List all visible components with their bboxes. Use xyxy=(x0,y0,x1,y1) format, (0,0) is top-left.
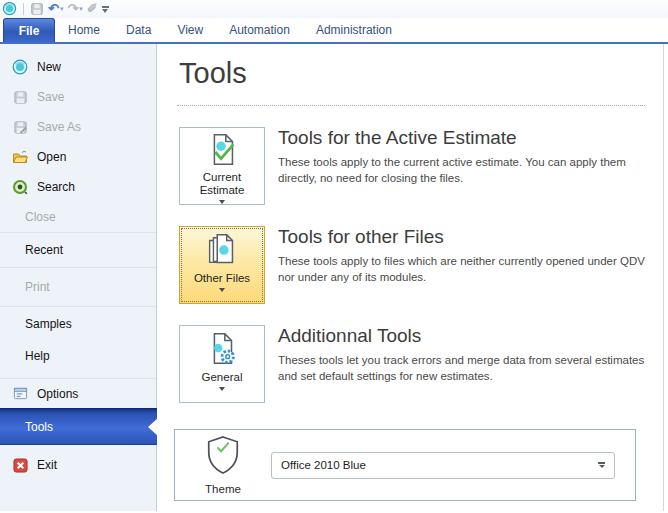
undo-button[interactable]: ↶ ▾ xyxy=(48,2,63,16)
options-icon xyxy=(12,386,28,402)
sidebar-item-help[interactable]: Help xyxy=(0,341,156,371)
edit-pencil-icon: ✐ xyxy=(87,2,98,16)
section-other-files: Other Files Tools for other Files These … xyxy=(179,226,663,304)
new-icon xyxy=(12,59,28,75)
title-separator xyxy=(177,105,645,106)
selected-item-arrow xyxy=(148,418,158,436)
sidebar-item-print[interactable]: Print xyxy=(0,268,156,306)
save-disk-icon xyxy=(12,89,28,105)
tab-automation[interactable]: Automation xyxy=(216,18,303,42)
section-heading: Tools for other Files xyxy=(278,226,656,248)
dropdown-arrow-icon xyxy=(219,387,225,391)
sidebar-item-save-as[interactable]: Save As xyxy=(0,112,156,142)
section-active-estimate: Current Estimate Tools for the Active Es… xyxy=(179,127,663,205)
file-menu-sidebar: New Save Save As Open xyxy=(0,44,157,511)
sidebar-item-samples[interactable]: Samples xyxy=(0,307,156,341)
redo-icon: ↷ xyxy=(67,2,78,16)
sidebar-item-open[interactable]: Open xyxy=(0,142,156,172)
dropdown-arrow-icon xyxy=(219,288,225,292)
general-tools-button[interactable]: General xyxy=(179,325,265,403)
section-description: Theses tools let you track errors and me… xyxy=(278,352,656,384)
section-heading: Additionnal Tools xyxy=(278,325,656,347)
tools-page: Tools Current Estimate Tools for the Act… xyxy=(157,44,664,511)
theme-label: Theme xyxy=(205,483,241,495)
sidebar-item-recent[interactable]: Recent xyxy=(0,233,156,267)
tool-button-label: Other Files xyxy=(194,272,250,285)
combo-dropdown-icon[interactable] xyxy=(598,462,605,468)
section-description: These tools apply to the current active … xyxy=(278,154,656,186)
backstage-view: ↶ ▾ ↷ ▾ ✐ File Home Data View Automation… xyxy=(0,0,668,513)
quick-access-toolbar: ↶ ▾ ↷ ▾ ✐ xyxy=(0,0,668,18)
sidebar-item-tools[interactable]: Tools xyxy=(0,408,157,445)
redo-button[interactable]: ↷ ▾ xyxy=(67,2,82,16)
save-as-icon xyxy=(12,119,28,135)
theme-shield-icon xyxy=(204,435,242,481)
other-files-button[interactable]: Other Files xyxy=(179,226,265,304)
theme-select[interactable]: Office 2010 Blue xyxy=(271,452,615,479)
tab-data[interactable]: Data xyxy=(113,18,164,42)
app-icon[interactable] xyxy=(2,1,17,17)
search-icon xyxy=(12,179,28,195)
ribbon-tabs: File Home Data View Automation Administr… xyxy=(0,18,668,44)
dropdown-arrow-icon xyxy=(219,200,225,204)
tab-file[interactable]: File xyxy=(3,18,55,42)
redo-dropdown-icon[interactable]: ▾ xyxy=(79,5,83,13)
general-tools-icon xyxy=(203,330,241,370)
sidebar-item-close[interactable]: Close xyxy=(0,202,156,232)
qat-customize-button[interactable] xyxy=(102,1,109,17)
theme-select-value: Office 2010 Blue xyxy=(281,459,366,471)
section-description: These tools apply to files which are nei… xyxy=(278,253,656,285)
undo-dropdown-icon[interactable]: ▾ xyxy=(60,5,64,13)
open-folder-icon xyxy=(12,149,28,165)
tool-button-label: General xyxy=(202,371,243,384)
page-title: Tools xyxy=(179,57,663,90)
exit-icon xyxy=(12,457,28,473)
sidebar-item-save[interactable]: Save xyxy=(0,82,156,112)
tab-administration[interactable]: Administration xyxy=(303,18,405,42)
section-additional-tools: General Additionnal Tools Theses tools l… xyxy=(179,325,663,403)
tool-button-label: Current Estimate xyxy=(180,171,264,197)
sidebar-item-new[interactable]: New xyxy=(0,52,156,82)
sidebar-item-options[interactable]: Options xyxy=(0,379,156,408)
sidebar-item-exit[interactable]: Exit xyxy=(0,450,156,480)
current-estimate-button[interactable]: Current Estimate xyxy=(179,127,265,205)
theme-panel: Theme Office 2010 Blue xyxy=(174,429,636,501)
undo-icon: ↶ xyxy=(48,2,59,16)
edit-button[interactable]: ✐ xyxy=(87,1,98,17)
section-heading: Tools for the Active Estimate xyxy=(278,127,656,149)
tab-home[interactable]: Home xyxy=(55,18,113,42)
sidebar-item-search[interactable]: Search xyxy=(0,172,156,202)
tab-view[interactable]: View xyxy=(164,18,216,42)
current-estimate-icon xyxy=(203,132,241,170)
qat-customize-icon xyxy=(102,6,109,8)
save-icon[interactable] xyxy=(30,1,44,17)
toolbar-separator xyxy=(23,3,24,15)
other-files-icon xyxy=(203,231,241,271)
